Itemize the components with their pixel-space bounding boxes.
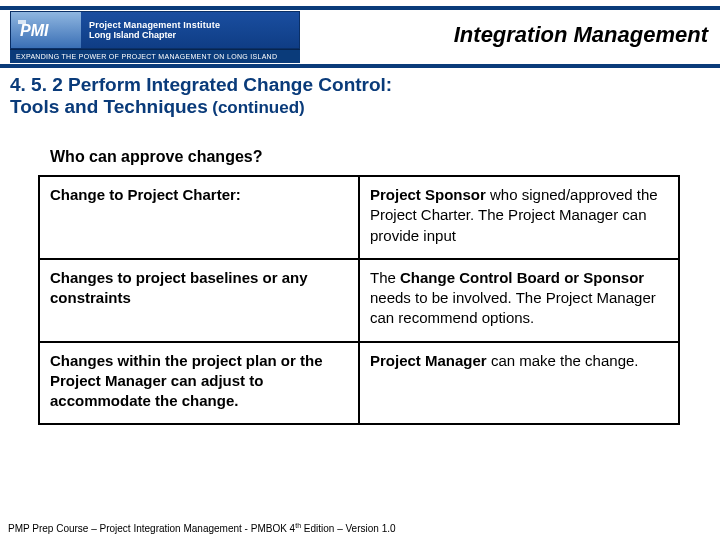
pmi-badge-icon: PMI [11,12,81,48]
divider-bottom [0,64,720,68]
logo-main: PMI Project Management Institute Long Is… [10,11,300,49]
approver-bold: Change Control Board or Sponsor [400,269,644,286]
svg-text:PMI: PMI [20,22,49,39]
approval-table: Change to Project Charter: Project Spons… [38,175,680,425]
logo-tagline: EXPANDING THE POWER OF PROJECT MANAGEMEN… [10,49,300,63]
logo-text: Project Management Institute Long Island… [81,18,299,42]
question-heading: Who can approve changes? [50,148,262,166]
table-row: Changes within the project plan or the P… [39,342,679,425]
table-row: Changes to project baselines or any cons… [39,259,679,342]
approver-bold: Project Manager [370,352,487,369]
cell-change-type: Changes within the project plan or the P… [39,342,359,425]
slide: PMI Project Management Institute Long Is… [0,0,720,540]
pmi-logo: PMI Project Management Institute Long Is… [10,11,300,63]
cell-change-type: Change to Project Charter: [39,176,359,259]
footer-pre: PMP Prep Course – Project Integration Ma… [8,523,295,534]
section-heading: 4. 5. 2 Perform Integrated Change Contro… [10,74,710,118]
footer-post: Edition – Version 1.0 [301,523,396,534]
footer: PMP Prep Course – Project Integration Ma… [8,522,396,534]
divider-top [0,6,720,10]
page-title: Integration Management [454,22,708,48]
section-number-title: 4. 5. 2 Perform Integrated Change Contro… [10,74,710,96]
approver-pre: The [370,269,400,286]
cell-change-type: Changes to project baselines or any cons… [39,259,359,342]
logo-line1: Project Management Institute [89,20,291,30]
approver-rest: can make the change. [487,352,639,369]
approver-rest: needs to be involved. The Project Manage… [370,289,656,326]
section-subtitle: Tools and Techniques [10,96,208,117]
section-continued: (continued) [212,98,305,117]
table-row: Change to Project Charter: Project Spons… [39,176,679,259]
cell-approver: Project Sponsor who signed/approved the … [359,176,679,259]
logo-line2: Long Island Chapter [89,30,291,40]
approver-bold: Project Sponsor [370,186,486,203]
svg-rect-1 [18,20,26,24]
cell-approver: The Change Control Board or Sponsor need… [359,259,679,342]
cell-approver: Project Manager can make the change. [359,342,679,425]
